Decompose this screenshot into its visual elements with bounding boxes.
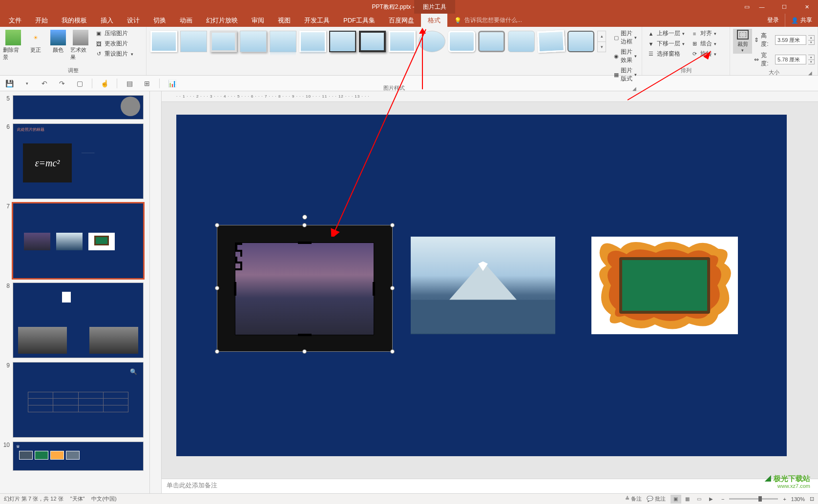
- minimize-button[interactable]: —: [751, 0, 773, 14]
- style-thumb[interactable]: [270, 31, 296, 52]
- tell-me-search[interactable]: 💡 告诉我您想要做什么...: [454, 14, 522, 27]
- align-button[interactable]: ≡对齐▾: [689, 29, 718, 38]
- picture-mountain[interactable]: [411, 237, 555, 334]
- language-indicator[interactable]: 中文(中国): [91, 495, 116, 503]
- slide-canvas-area[interactable]: [162, 102, 818, 479]
- qat-customize[interactable]: ▾: [21, 78, 32, 89]
- remove-background-button[interactable]: 删除背景: [3, 29, 23, 61]
- tab-insert[interactable]: 插入: [94, 14, 120, 27]
- corrections-button[interactable]: ☀ 更正: [25, 29, 46, 54]
- rotation-handle[interactable]: [302, 215, 307, 220]
- resize-handle[interactable]: [302, 223, 307, 227]
- tab-home[interactable]: 开始: [28, 14, 55, 27]
- slide-thumb-7[interactable]: 7: [0, 201, 149, 281]
- notes-toggle[interactable]: ≜ 备注: [625, 495, 642, 503]
- comments-toggle[interactable]: 💬 批注: [647, 495, 666, 503]
- slide-thumb-5[interactable]: 5: [0, 93, 149, 121]
- resize-handle[interactable]: [390, 223, 395, 227]
- style-thumb[interactable]: [150, 31, 177, 52]
- zoom-in-button[interactable]: +: [783, 496, 786, 502]
- crop-handle[interactable]: [235, 250, 242, 257]
- slideshow-view-button[interactable]: ▶: [706, 495, 716, 504]
- style-thumb[interactable]: [508, 31, 535, 52]
- tab-view[interactable]: 视图: [271, 14, 297, 27]
- rotate-button[interactable]: ⟳旋转▾: [689, 49, 718, 59]
- resize-handle[interactable]: [302, 349, 307, 354]
- picture-styles-gallery[interactable]: ▴▾: [149, 29, 607, 54]
- tab-pdf[interactable]: PDF工具集: [336, 14, 382, 27]
- height-spinner[interactable]: ▴▾: [808, 35, 815, 45]
- reading-view-button[interactable]: ▭: [694, 495, 705, 504]
- style-thumb[interactable]: [537, 30, 565, 53]
- send-backward-button[interactable]: ▼下移一层▾: [645, 39, 687, 48]
- start-from-beginning-button[interactable]: ▢: [74, 78, 85, 89]
- redo-button[interactable]: ↷: [57, 78, 67, 89]
- style-thumb[interactable]: [210, 31, 237, 52]
- tab-format[interactable]: 格式: [421, 14, 447, 27]
- tab-design[interactable]: 设计: [120, 14, 147, 27]
- zoom-level[interactable]: 130%: [791, 496, 805, 502]
- fit-to-window-button[interactable]: ⊡: [810, 496, 814, 502]
- tab-baidu[interactable]: 百度网盘: [382, 14, 421, 27]
- compress-pictures-button[interactable]: ▣压缩图片: [93, 29, 135, 38]
- style-thumb[interactable]: [419, 31, 445, 52]
- artistic-effects-button[interactable]: 艺术效果: [70, 29, 91, 61]
- undo-button[interactable]: ↶: [39, 78, 50, 89]
- tab-file[interactable]: 文件: [2, 14, 28, 27]
- gallery-more-button[interactable]: ▴▾: [597, 31, 606, 52]
- crop-handle[interactable]: [235, 263, 242, 270]
- resize-handle[interactable]: [215, 286, 219, 290]
- resize-handle[interactable]: [215, 223, 219, 227]
- color-button[interactable]: 颜色: [48, 29, 68, 54]
- sorter-view-button[interactable]: ▦: [682, 495, 693, 504]
- current-slide[interactable]: [176, 115, 787, 456]
- style-thumb[interactable]: [478, 31, 505, 52]
- width-input[interactable]: 5.78 厘米: [775, 55, 806, 64]
- zoom-out-button[interactable]: −: [721, 496, 724, 502]
- style-thumb[interactable]: [329, 31, 356, 52]
- crop-button[interactable]: 裁剪 ▾: [733, 29, 752, 54]
- tab-mytemplates[interactable]: 我的模板: [55, 14, 94, 27]
- picture-chalkboard[interactable]: [591, 237, 738, 334]
- dialog-launcher-icon[interactable]: ◢: [807, 70, 814, 77]
- tab-transitions[interactable]: 切换: [147, 14, 173, 27]
- style-thumb[interactable]: [448, 31, 475, 52]
- picture-effects-button[interactable]: ◉图片效果▾: [612, 47, 639, 65]
- style-thumb[interactable]: [389, 31, 416, 52]
- notes-pane[interactable]: 单击此处添加备注: [162, 479, 818, 493]
- crop-handle[interactable]: [235, 243, 242, 250]
- crop-handle[interactable]: [298, 242, 312, 244]
- tab-review[interactable]: 审阅: [245, 14, 271, 27]
- resize-handle[interactable]: [390, 349, 395, 354]
- style-thumb[interactable]: [567, 31, 594, 52]
- group-button[interactable]: ⊞组合▾: [689, 39, 718, 48]
- crop-handle[interactable]: [235, 257, 242, 263]
- save-button[interactable]: 💾: [4, 78, 15, 89]
- qat-extra-1[interactable]: ▤: [124, 78, 135, 89]
- style-thumb[interactable]: [359, 31, 386, 52]
- reset-picture-button[interactable]: ↺重设图片▾: [93, 49, 135, 59]
- login-button[interactable]: 登录: [761, 14, 785, 27]
- style-thumb[interactable]: [180, 31, 207, 52]
- slide-thumb-8[interactable]: 8: [0, 281, 149, 360]
- normal-view-button[interactable]: ▣: [671, 495, 681, 504]
- zoom-slider[interactable]: [729, 498, 778, 500]
- crop-handle[interactable]: [234, 282, 236, 296]
- maximize-button[interactable]: ☐: [773, 0, 796, 14]
- style-thumb[interactable]: [299, 31, 326, 52]
- resize-handle[interactable]: [390, 286, 395, 290]
- slide-thumbnail-panel[interactable]: 5 6 此处照片的标题 ε=mc² ................ 7 8: [0, 91, 150, 493]
- resize-handle[interactable]: [215, 349, 219, 354]
- slide-thumb-6[interactable]: 6 此处照片的标题 ε=mc² ................: [0, 121, 149, 201]
- height-input[interactable]: 3.59 厘米: [775, 35, 806, 45]
- slide-thumb-10[interactable]: 10 ※: [0, 440, 149, 473]
- ribbon-display-options-icon[interactable]: ▭: [744, 3, 750, 10]
- tab-developer[interactable]: 开发工具: [297, 14, 336, 27]
- picture-border-button[interactable]: ▢图片边框▾: [612, 29, 639, 46]
- crop-frame[interactable]: [235, 242, 374, 335]
- crop-handle[interactable]: [373, 282, 375, 296]
- width-spinner[interactable]: ▴▾: [808, 55, 815, 64]
- tab-animations[interactable]: 动画: [173, 14, 199, 27]
- selection-pane-button[interactable]: ☰选择窗格: [645, 49, 687, 59]
- change-picture-button[interactable]: 🖼更改图片: [93, 39, 135, 48]
